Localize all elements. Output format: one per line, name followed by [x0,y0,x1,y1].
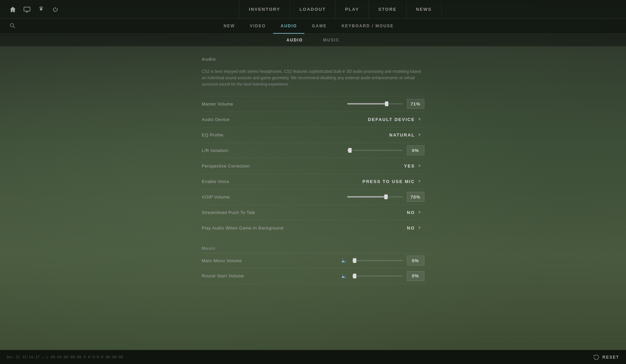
dropdown-audio-device[interactable]: DEFAULT DEVICE ▼ [365,116,424,123]
main-content: Audio CS2 is best enjoyed with stereo he… [0,47,626,350]
dropdown-perspective-correction[interactable]: YES ▼ [401,162,424,170]
slider-lr-isolation[interactable] [347,150,403,151]
tertiary-music[interactable]: MUSIC [320,38,343,42]
label-master-volume: Master Volume [202,101,347,107]
slider-voip-volume[interactable] [347,196,403,198]
value-master-volume: 71% [407,99,424,109]
label-lr-isolation: L/R Isolation [202,148,347,153]
dropdown-enable-voice[interactable]: PRESS TO USE MIC ▼ [360,178,424,185]
row-voip-volume: VOIP Volume 70% [202,189,424,205]
top-nav: INVENTORY LOADOUT PLAY STORE NEWS [0,0,626,19]
nav-news[interactable]: NEWS [407,0,442,19]
chevron-down-icon: ▼ [418,210,422,215]
tab-new[interactable]: NEW [216,19,242,34]
nav-loadout[interactable]: LOADOUT [290,0,335,19]
row-perspective-correction: Perspective Correction YES ▼ [202,158,424,174]
label-audio-device: Audio Device [202,117,365,122]
tv-icon-btn[interactable] [21,3,33,16]
row-streamlined-push-to-talk: Streamlined Push To Talk NO ▼ [202,205,424,220]
svg-rect-0 [24,7,30,11]
value-main-menu-volume: 0% [407,255,424,266]
row-round-start-volume: Round Start Volume 🔈 0% [202,268,424,284]
dropdown-play-audio-background[interactable]: NO ▼ [404,224,424,232]
reset-button[interactable]: RESET [593,354,619,361]
nav-store[interactable]: STORE [369,0,407,19]
chevron-down-icon: ▼ [418,179,422,184]
svg-point-4 [10,23,14,27]
audio-section-title: Audio [202,57,424,64]
secondary-nav: NEW VIDEO AUDIO GAME KEYBOARD / MOUSE [0,19,626,34]
label-enable-voice: Enable Voice [202,179,360,184]
chevron-down-icon: ▼ [418,132,422,137]
row-audio-device: Audio Device DEFAULT DEVICE ▼ [202,112,424,127]
row-lr-isolation: L/R Isolation 0% [202,143,424,158]
slider-round-start-volume[interactable] [352,275,403,277]
tab-game[interactable]: GAME [304,19,334,34]
label-streamlined-push-to-talk: Streamlined Push To Talk [202,210,405,215]
label-eq-profile: EQ Profile [202,132,387,138]
svg-line-5 [13,26,15,28]
volume-icon: 🔈 [341,258,347,263]
slider-master-volume[interactable] [347,103,403,104]
chevron-down-icon: ▼ [418,117,422,122]
tertiary-audio[interactable]: AUDIO [283,38,306,42]
volume-icon: 🔈 [341,273,347,279]
chevron-down-icon: ▼ [418,163,422,168]
slider-main-menu-volume[interactable] [352,260,403,261]
row-master-volume: Master Volume 71% [202,96,424,112]
row-eq-profile: EQ Profile NATURAL ▼ [202,127,424,143]
row-enable-voice: Enable Voice PRESS TO USE MIC ▼ [202,174,424,189]
row-main-menu-volume: Main Menu Volume 🔈 0% [202,253,424,268]
nav-play[interactable]: PLAY [336,0,369,19]
label-round-start-volume: Round Start Volume [202,273,341,278]
gear-icon-btn[interactable] [35,3,47,16]
tab-audio[interactable]: AUDIO [273,19,304,34]
timestamp: Dec 21 15:14:27 → L 00-04:00-00:00 0 0:9… [7,355,123,359]
audio-section-desc: CS2 is best enjoyed with stereo headphon… [202,68,424,88]
search-icon-btn[interactable] [7,20,18,33]
power-icon-btn[interactable] [49,3,61,16]
value-round-start-volume: 0% [407,271,424,281]
nav-inventory[interactable]: INVENTORY [239,0,290,19]
tab-video[interactable]: VIDEO [242,19,273,34]
chevron-down-icon: ▼ [418,225,422,230]
dropdown-eq-profile[interactable]: NATURAL ▼ [387,131,424,139]
label-voip-volume: VOIP Volume [202,194,347,200]
label-perspective-correction: Perspective Correction [202,163,401,169]
dropdown-streamlined-push-to-talk[interactable]: NO ▼ [404,209,424,216]
label-play-audio-background: Play Audio When Game In Background [202,225,405,231]
bottom-bar: Dec 21 15:14:27 → L 00-04:00-00:00 0 0:9… [0,350,626,364]
label-main-menu-volume: Main Menu Volume [202,258,341,263]
tab-keyboard[interactable]: KEYBOARD / MOUSE [334,19,401,34]
music-section-title: Music [202,246,424,253]
value-lr-isolation: 0% [407,145,424,155]
value-voip-volume: 70% [407,192,424,202]
home-icon-btn[interactable] [7,3,19,16]
row-play-audio-background: Play Audio When Game In Background NO ▼ [202,220,424,236]
tertiary-nav: AUDIO MUSIC [0,34,626,47]
